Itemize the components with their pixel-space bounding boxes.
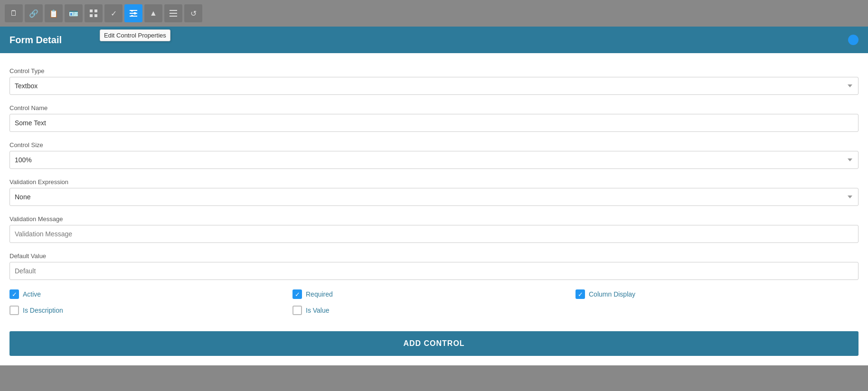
active-checkbox[interactable]: ✓ (9, 289, 19, 299)
check-icon-btn[interactable]: ✓ (104, 4, 123, 22)
column-display-group: ✓ Column Display (576, 289, 859, 299)
control-type-group: Control Type Textbox Checkbox Dropdown R… (9, 67, 859, 95)
column-display-checkbox[interactable]: ✓ (576, 289, 585, 299)
svg-rect-2 (90, 14, 93, 17)
document-icon-btn[interactable]: 🗒 (5, 4, 23, 22)
control-type-select[interactable]: Textbox Checkbox Dropdown Radio Textarea… (9, 77, 859, 95)
validation-expression-label: Validation Expression (9, 178, 859, 186)
required-checkmark: ✓ (295, 291, 300, 298)
validation-expression-select[interactable]: None Email Phone Numeric Alpha AlphaNume… (9, 188, 859, 206)
validation-message-input[interactable] (9, 225, 859, 243)
is-description-group: Is Description (9, 306, 292, 315)
sliders-icon-btn[interactable] (124, 4, 142, 22)
column-display-checkmark: ✓ (578, 291, 583, 298)
active-label[interactable]: Active (23, 290, 41, 298)
is-value-label[interactable]: Is Value (306, 307, 330, 314)
control-name-input[interactable] (9, 114, 859, 132)
required-group: ✓ Required (292, 289, 576, 299)
control-size-label: Control Size (9, 141, 859, 149)
control-size-group: Control Size 100% 75% 50% 25% (9, 141, 859, 169)
svg-rect-6 (130, 16, 137, 17)
default-value-input[interactable] (9, 262, 859, 280)
svg-point-7 (131, 10, 133, 12)
control-name-group: Control Name (9, 104, 859, 132)
page-title: Form Detail (9, 35, 62, 46)
svg-rect-11 (170, 13, 177, 14)
main-content: Control Type Textbox Checkbox Dropdown R… (0, 53, 868, 365)
active-group: ✓ Active (9, 289, 292, 299)
clipboard-icon-btn[interactable]: 📋 (45, 4, 63, 22)
refresh-icon-btn[interactable]: ↺ (184, 4, 202, 22)
validation-message-label: Validation Message (9, 215, 859, 223)
default-value-group: Default Value (9, 252, 859, 280)
control-type-label: Control Type (9, 67, 859, 74)
svg-rect-1 (94, 9, 97, 12)
toolbar: 🗒 🔗 📋 🪪 ✓ ▲ (0, 0, 868, 27)
tooltip: Edit Control Properties (100, 29, 170, 41)
checkboxes-row-2: Is Description Is Value (9, 306, 859, 315)
column-display-label[interactable]: Column Display (589, 290, 635, 298)
svg-point-8 (134, 12, 136, 15)
svg-rect-5 (130, 13, 137, 14)
validation-expression-group: Validation Expression None Email Phone N… (9, 178, 859, 206)
link-icon-btn[interactable]: 🔗 (25, 4, 43, 22)
svg-rect-0 (90, 9, 93, 12)
badge-icon-btn[interactable]: 🪪 (65, 4, 83, 22)
default-value-label: Default Value (9, 252, 859, 260)
is-description-checkbox[interactable] (9, 306, 19, 315)
svg-point-9 (131, 15, 133, 17)
is-value-group: Is Value (292, 306, 576, 315)
list-icon-btn[interactable] (164, 4, 182, 22)
required-label[interactable]: Required (306, 290, 333, 298)
tooltip-text: Edit Control Properties (104, 32, 166, 39)
add-control-button[interactable]: ADD CONTROL (9, 331, 859, 356)
svg-rect-3 (94, 14, 97, 17)
control-size-select[interactable]: 100% 75% 50% 25% (9, 151, 859, 169)
grid-icon-btn[interactable] (85, 4, 103, 22)
validation-message-group: Validation Message (9, 215, 859, 243)
required-checkbox[interactable]: ✓ (292, 289, 302, 299)
is-value-checkbox[interactable] (292, 306, 302, 315)
flag-icon-btn[interactable]: ▲ (144, 4, 162, 22)
active-checkmark: ✓ (12, 291, 17, 298)
svg-rect-10 (170, 10, 177, 11)
svg-rect-4 (130, 10, 137, 11)
checkboxes-row-1: ✓ Active ✓ Required ✓ Column Display (9, 289, 859, 299)
header-dot-indicator (848, 35, 859, 45)
svg-rect-12 (170, 16, 177, 17)
control-name-label: Control Name (9, 104, 859, 112)
is-description-label[interactable]: Is Description (23, 307, 63, 314)
